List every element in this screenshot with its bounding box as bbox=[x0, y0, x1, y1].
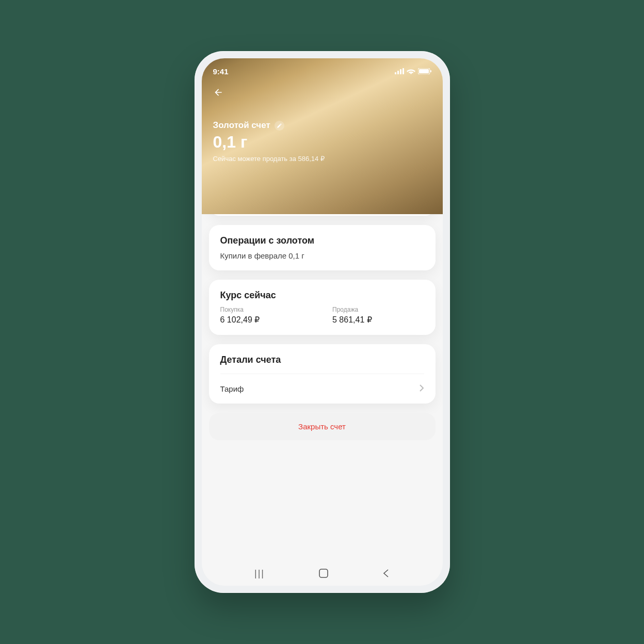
details-title: Детали счета bbox=[220, 355, 424, 365]
screen: 9:41 Золотой счет bbox=[202, 58, 443, 586]
pencil-icon bbox=[277, 123, 282, 128]
hero-header: 9:41 Золотой счет bbox=[202, 58, 443, 214]
rate-buy-label: Покупка bbox=[220, 306, 312, 313]
svg-rect-3 bbox=[403, 68, 404, 74]
nav-home-button[interactable] bbox=[319, 569, 328, 578]
account-title: Золотой счет bbox=[213, 120, 270, 131]
svg-rect-1 bbox=[397, 71, 399, 74]
svg-rect-2 bbox=[400, 69, 401, 74]
operations-title: Операции с золотом bbox=[220, 235, 424, 246]
arrow-left-icon bbox=[213, 87, 223, 98]
rate-sell-col: Продажа 5 861,41 ₽ bbox=[332, 306, 424, 325]
nav-recent-button[interactable]: ||| bbox=[254, 568, 265, 579]
svg-rect-6 bbox=[430, 70, 431, 72]
account-title-row: Золотой счет bbox=[213, 120, 431, 131]
close-account-button[interactable]: Закрыть счет bbox=[209, 413, 436, 440]
nav-back-button[interactable] bbox=[382, 569, 390, 578]
tariff-label: Тариф bbox=[220, 384, 244, 393]
rate-card: Курс сейчас Покупка 6 102,49 ₽ Продажа 5… bbox=[209, 280, 436, 335]
content-body: Купить Продать Операции с золотом Купили… bbox=[202, 171, 443, 561]
svg-rect-5 bbox=[419, 69, 429, 73]
status-time: 9:41 bbox=[213, 67, 229, 76]
phone-frame: 9:41 Золотой счет bbox=[195, 51, 450, 593]
account-subtext: Сейчас можете продать за 586,14 ₽ bbox=[213, 155, 431, 163]
operations-line: Купили в феврале 0,1 г bbox=[220, 251, 424, 260]
svg-rect-7 bbox=[319, 569, 328, 577]
rate-buy-col: Покупка 6 102,49 ₽ bbox=[220, 306, 312, 325]
system-nav-bar: ||| bbox=[202, 561, 443, 586]
status-icons bbox=[395, 68, 431, 74]
rate-sell-value: 5 861,41 ₽ bbox=[332, 315, 424, 325]
signal-icon bbox=[395, 68, 404, 74]
rate-buy-value: 6 102,49 ₽ bbox=[220, 315, 312, 325]
rate-title: Курс сейчас bbox=[220, 290, 424, 301]
svg-rect-0 bbox=[395, 72, 396, 74]
details-card: Детали счета Тариф bbox=[209, 344, 436, 404]
status-bar: 9:41 bbox=[213, 66, 431, 77]
account-balance: 0,1 г bbox=[213, 133, 431, 152]
rate-sell-label: Продажа bbox=[332, 306, 424, 313]
edit-title-button[interactable] bbox=[275, 121, 284, 131]
back-button[interactable] bbox=[213, 85, 228, 100]
chevron-right-icon bbox=[420, 384, 424, 393]
operations-card[interactable]: Операции с золотом Купили в феврале 0,1 … bbox=[209, 225, 436, 270]
battery-icon bbox=[418, 68, 431, 74]
close-account-label: Закрыть счет bbox=[298, 422, 346, 431]
tariff-row[interactable]: Тариф bbox=[220, 374, 424, 404]
wifi-icon bbox=[407, 68, 415, 74]
